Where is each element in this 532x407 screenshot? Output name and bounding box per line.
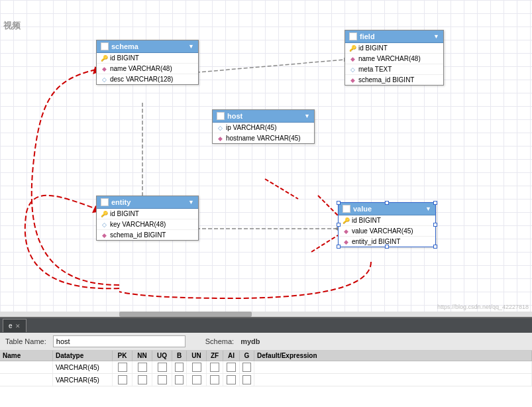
table-name-input[interactable] [53,335,186,347]
scrollbar-thumb[interactable] [119,312,252,317]
cell-ai[interactable] [223,374,240,386]
checkbox-zf[interactable] [210,363,219,372]
checkbox-pk[interactable] [118,363,127,372]
value-dropdown-arrow[interactable]: ▼ [425,205,431,212]
er-diagram-canvas[interactable]: 视频 sch [0,0,532,318]
field-dropdown-arrow[interactable]: ▼ [433,33,439,40]
resize-handle-tl[interactable] [337,201,341,205]
checkbox-g[interactable] [242,375,251,384]
resize-handle-tr[interactable] [433,201,437,205]
cell-g[interactable] [240,361,254,373]
table-row[interactable]: VARCHAR(45) [0,374,532,386]
checkbox-ai[interactable] [227,375,236,384]
col-header-ai: AI [223,351,240,361]
table-icon [343,205,350,213]
table-icon [217,112,225,120]
checkbox-un[interactable] [192,375,201,384]
resize-handle-r[interactable] [433,223,437,227]
columns-header: Name Datatype PK NN UQ B UN ZF AI G Defa… [0,351,532,361]
col-header-nn: NN [133,351,152,361]
resize-handle-br[interactable] [433,245,437,249]
field-name: schema_id BIGINT [110,231,166,239]
cell-g[interactable] [240,374,254,386]
cell-pk[interactable] [113,374,133,386]
er-table-field-header[interactable]: field ▼ [345,30,443,43]
diamond-icon: ◆ [343,228,349,235]
resize-handle-b[interactable] [385,245,389,249]
field-name: id BIGINT [358,44,388,52]
er-table-schema[interactable]: schema ▼ 🔑 id BIGINT ◆ name VARCHAR(48) … [96,40,199,85]
cell-uq[interactable] [152,361,172,373]
table-row[interactable]: VARCHAR(45) [0,361,532,374]
cell-b[interactable] [172,374,187,386]
er-table-row: ◆ name VARCHAR(48) [345,54,443,64]
resize-handle-bl[interactable] [337,245,341,249]
er-table-row: 🔑 id BIGINT [97,53,198,64]
resize-handle-l[interactable] [337,223,341,227]
checkbox-uq[interactable] [158,363,167,372]
table-icon [101,42,109,50]
col-header-un: UN [187,351,207,361]
checkbox-b[interactable] [175,375,184,384]
watermark-bottom-right: https://blog.csdn.net/qq_42227818 [437,304,529,310]
cell-default [254,361,532,373]
cell-uq[interactable] [152,374,172,386]
bottom-tab-active[interactable]: e ✕ [3,319,27,332]
er-table-row: ◇ meta TEXT [345,64,443,75]
resize-handle-t[interactable] [385,201,389,205]
cell-nn[interactable] [133,361,152,373]
cell-zf[interactable] [207,374,223,386]
col-header-name: Name [0,351,53,361]
diamond-icon: ◆ [349,77,356,84]
er-table-row: 🔑 id BIGINT [339,215,435,226]
checkbox-pk[interactable] [118,375,127,384]
cell-un[interactable] [187,361,207,373]
checkbox-zf[interactable] [210,375,219,384]
field-name: entity_id BIGINT [352,238,400,245]
er-table-value[interactable]: value ▼ 🔑 id BIGINT ◆ value VARCHAR(45) … [338,202,436,247]
cell-b[interactable] [172,361,187,373]
cell-pk[interactable] [113,361,133,373]
diamond-icon: ◆ [217,135,223,142]
schema-value: mydb [240,337,260,345]
diamond-icon: ◆ [101,232,107,239]
er-table-entity-header[interactable]: entity ▼ [97,196,198,209]
cell-un[interactable] [187,374,207,386]
key-icon: 🔑 [101,211,107,217]
field-name: schema_id BIGINT [358,76,414,84]
entity-dropdown-arrow[interactable]: ▼ [188,199,194,205]
checkbox-g[interactable] [242,363,251,372]
diamond-icon: ◇ [349,66,356,73]
col-header-default: Default/Expression [254,351,532,361]
diamond-icon: ◆ [349,56,356,62]
schema-dropdown-arrow[interactable]: ▼ [188,43,194,50]
er-table-field[interactable]: field ▼ 🔑 id BIGINT ◆ name VARCHAR(48) ◇… [345,30,444,86]
diamond-icon: ◆ [101,66,107,72]
checkbox-un[interactable] [192,363,201,372]
checkbox-nn[interactable] [138,375,147,384]
watermark-text: 视频 [3,20,21,32]
cell-zf[interactable] [207,361,223,373]
er-table-field-title: field [360,32,375,40]
field-name: id BIGINT [110,54,139,62]
diamond-icon: ◇ [101,221,107,228]
er-table-schema-header[interactable]: schema ▼ [97,40,198,53]
er-table-row: ◇ key VARCHAR(48) [97,219,198,230]
tab-label: e [9,322,13,329]
checkbox-ai[interactable] [227,363,236,372]
checkbox-b[interactable] [175,363,184,372]
er-table-row: ◆ name VARCHAR(48) [97,64,198,74]
cell-nn[interactable] [133,374,152,386]
er-table-entity[interactable]: entity ▼ 🔑 id BIGINT ◇ key VARCHAR(48) ◆… [96,196,199,241]
er-table-row: ◆ schema_id BIGINT [345,75,443,85]
host-dropdown-arrow[interactable]: ▼ [304,113,310,119]
er-table-host-header[interactable]: host ▼ [213,110,314,123]
tab-close-button[interactable]: ✕ [15,323,21,329]
cell-ai[interactable] [223,361,240,373]
er-table-entity-title: entity [111,198,131,206]
col-header-zf: ZF [207,351,223,361]
checkbox-nn[interactable] [138,363,147,372]
checkbox-uq[interactable] [158,375,167,384]
er-table-host[interactable]: host ▼ ◇ ip VARCHAR(45) ◆ hostname VARCH… [212,109,315,144]
canvas-scrollbar[interactable] [0,312,532,317]
